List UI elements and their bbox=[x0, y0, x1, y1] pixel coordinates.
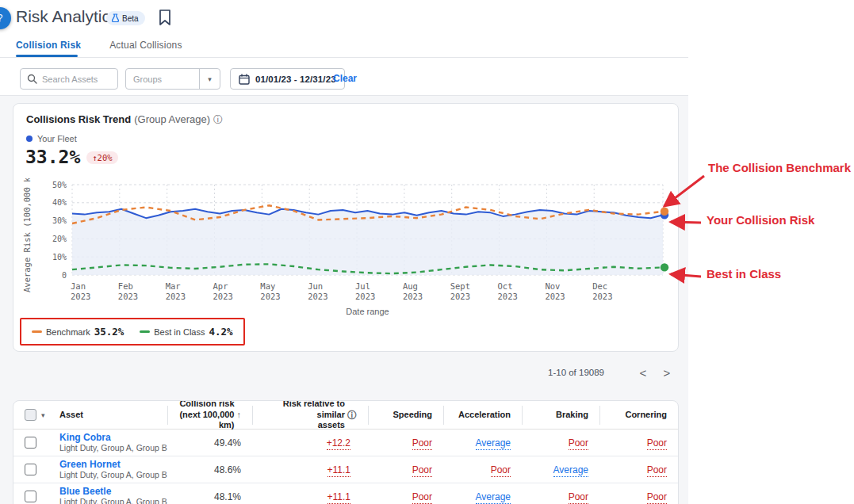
groups-dropdown[interactable]: Groups ▾ bbox=[125, 68, 220, 90]
row-checkbox[interactable] bbox=[25, 464, 36, 475]
page-title: Risk Analytics bbox=[16, 7, 119, 26]
fleet-legend: Your Fleet bbox=[26, 134, 77, 143]
legend-benchmark-value: 35.2% bbox=[94, 326, 124, 338]
select-all-checkbox[interactable] bbox=[25, 409, 36, 421]
speeding-rating: Poor bbox=[368, 437, 443, 449]
col-header-braking[interactable]: Braking bbox=[522, 406, 599, 425]
collision-risk-value: 48.1% bbox=[167, 491, 252, 502]
app-header: Risk Analytics Beta Collision Risk Actua… bbox=[0, 0, 688, 57]
legend-best-in-class: Best in Class 4.2% bbox=[140, 326, 232, 338]
date-range-button[interactable]: 01/01/23 - 12/31/23 bbox=[230, 68, 345, 90]
svg-text:40%: 40% bbox=[52, 198, 67, 207]
col-header-acceleration[interactable]: Acceleration bbox=[443, 406, 522, 425]
beta-flask-icon bbox=[111, 13, 120, 23]
search-input[interactable] bbox=[42, 74, 105, 84]
chart-subtitle: (Group Average) bbox=[134, 113, 210, 125]
risk-relative-value[interactable]: +11.1 bbox=[327, 464, 350, 477]
svg-text:2023: 2023 bbox=[592, 292, 612, 301]
asset-groups: Light Duty, Group A, Group B, G... bbox=[59, 470, 167, 479]
asset-name-link[interactable]: King Cobra bbox=[59, 433, 167, 444]
clear-filters-link[interactable]: Clear bbox=[333, 73, 357, 84]
asset-groups: Light Duty, Group A, Group B, G... bbox=[59, 497, 167, 504]
svg-text:Feb: Feb bbox=[118, 281, 133, 291]
svg-text:May: May bbox=[260, 281, 275, 291]
legend-benchmark-label: Benchmark bbox=[46, 327, 90, 337]
cornering-rating: Poor bbox=[599, 437, 678, 449]
filter-bar: Groups ▾ 01/01/23 - 12/31/23 Clear bbox=[0, 58, 688, 95]
annotation-collision-benchmark: The Collision Benchmark bbox=[708, 161, 851, 174]
annotation-best-in-class: Best in Class bbox=[707, 267, 781, 281]
svg-text:30%: 30% bbox=[52, 216, 67, 225]
speeding-rating: Poor bbox=[368, 491, 443, 502]
table-body: King Cobra Light Duty, Group A, Group B,… bbox=[13, 430, 678, 504]
braking-rating: Poor bbox=[522, 437, 599, 449]
pagination-prev-icon[interactable]: < bbox=[631, 366, 655, 380]
svg-text:Mar: Mar bbox=[166, 281, 181, 291]
svg-text:Nov: Nov bbox=[545, 281, 560, 291]
table-row: Blue Beetle Light Duty, Group A, Group B… bbox=[13, 483, 678, 504]
pagination-next-icon[interactable]: > bbox=[655, 366, 679, 380]
info-icon[interactable]: ⓘ bbox=[347, 410, 357, 420]
chevron-down-icon[interactable]: ▾ bbox=[199, 69, 220, 89]
date-range-value: 01/01/23 - 12/31/23 bbox=[255, 74, 336, 84]
annotation-your-collision-risk: Your Collision Risk bbox=[707, 213, 814, 227]
risk-trend-chart[interactable]: 50%40%30%20%10%0Jan2023Feb2023Mar2023Apr… bbox=[20, 178, 676, 318]
fleet-dot-icon bbox=[26, 136, 33, 142]
legend-best-in-class-label: Best in Class bbox=[154, 327, 205, 337]
svg-text:50%: 50% bbox=[52, 181, 67, 189]
table-row: Green Hornet Light Duty, Group A, Group … bbox=[13, 456, 678, 483]
row-checkbox[interactable] bbox=[25, 491, 36, 502]
svg-text:10%: 10% bbox=[52, 253, 67, 262]
svg-text:2023: 2023 bbox=[355, 292, 375, 301]
calendar-icon bbox=[239, 74, 250, 85]
svg-text:0: 0 bbox=[62, 271, 67, 280]
acceleration-rating: Poor bbox=[443, 464, 522, 475]
pagination: 1-10 of 19089 < > bbox=[13, 362, 679, 383]
collision-risk-trend-card: Collisions Risk Trend (Group Average) ⓘ … bbox=[13, 103, 679, 352]
svg-text:Sept: Sept bbox=[450, 281, 470, 291]
risk-relative-value[interactable]: +12.2 bbox=[327, 437, 350, 450]
asset-name-link[interactable]: Blue Beetle bbox=[59, 487, 167, 498]
svg-text:Apr: Apr bbox=[213, 281, 228, 291]
svg-text:Oct: Oct bbox=[498, 281, 513, 291]
svg-text:2023: 2023 bbox=[498, 292, 518, 301]
risk-relative-value[interactable]: +11.1 bbox=[327, 491, 350, 504]
asset-name-link[interactable]: Green Hornet bbox=[59, 460, 167, 471]
table-header-row: ▾ Asset Collision risk (next 100,000 km)… bbox=[13, 401, 678, 430]
svg-text:Aug: Aug bbox=[403, 281, 418, 291]
legend-best-in-class-value: 4.2% bbox=[209, 326, 232, 338]
table-row: King Cobra Light Duty, Group A, Group B,… bbox=[13, 430, 678, 456]
current-risk-value: 33.2% bbox=[25, 147, 80, 167]
asset-groups: Light Duty, Group A, Group B, G... bbox=[59, 443, 167, 452]
select-menu-caret-icon[interactable]: ▾ bbox=[41, 411, 45, 419]
col-header-cornering[interactable]: Cornering bbox=[599, 406, 678, 425]
risk-delta-badge: ↑20% bbox=[86, 151, 117, 164]
svg-text:2023: 2023 bbox=[71, 292, 90, 301]
legend-benchmark: Benchmark 35.2% bbox=[32, 326, 124, 338]
best-in-class-dash-icon bbox=[140, 330, 150, 333]
fleet-label: Your Fleet bbox=[37, 134, 77, 143]
chart-legend-highlight-box: Benchmark 35.2% Best in Class 4.2% bbox=[20, 318, 245, 346]
col-header-speeding[interactable]: Speeding bbox=[368, 406, 443, 425]
beta-label: Beta bbox=[122, 14, 139, 23]
col-header-risk-relative[interactable]: Risk relative to similar assets ⓘ bbox=[252, 406, 368, 425]
svg-text:2023: 2023 bbox=[260, 292, 280, 301]
benchmark-dash-icon bbox=[32, 330, 42, 333]
tab-actual-collisions[interactable]: Actual Collisions bbox=[109, 40, 182, 57]
svg-text:2023: 2023 bbox=[166, 292, 186, 301]
col-header-collision-risk[interactable]: Collision risk (next 100,000 km) ↑ bbox=[167, 406, 252, 425]
collision-risk-value: 49.4% bbox=[167, 437, 252, 449]
cornering-rating: Poor bbox=[599, 464, 678, 475]
bookmark-icon[interactable] bbox=[157, 9, 173, 26]
sort-ascending-icon[interactable]: ↑ bbox=[237, 410, 242, 421]
collision-risk-value: 48.6% bbox=[167, 464, 252, 475]
row-checkbox[interactable] bbox=[25, 437, 36, 449]
svg-text:Average Risk (100,000 km): Average Risk (100,000 km) bbox=[22, 178, 32, 292]
svg-text:2023: 2023 bbox=[118, 292, 138, 301]
col-header-asset[interactable]: Asset bbox=[50, 410, 167, 421]
acceleration-rating: Average bbox=[443, 491, 522, 502]
info-icon[interactable]: ⓘ bbox=[213, 115, 223, 124]
svg-text:2023: 2023 bbox=[403, 292, 423, 301]
asset-search-box[interactable] bbox=[20, 68, 118, 90]
beta-badge: Beta bbox=[106, 11, 145, 25]
